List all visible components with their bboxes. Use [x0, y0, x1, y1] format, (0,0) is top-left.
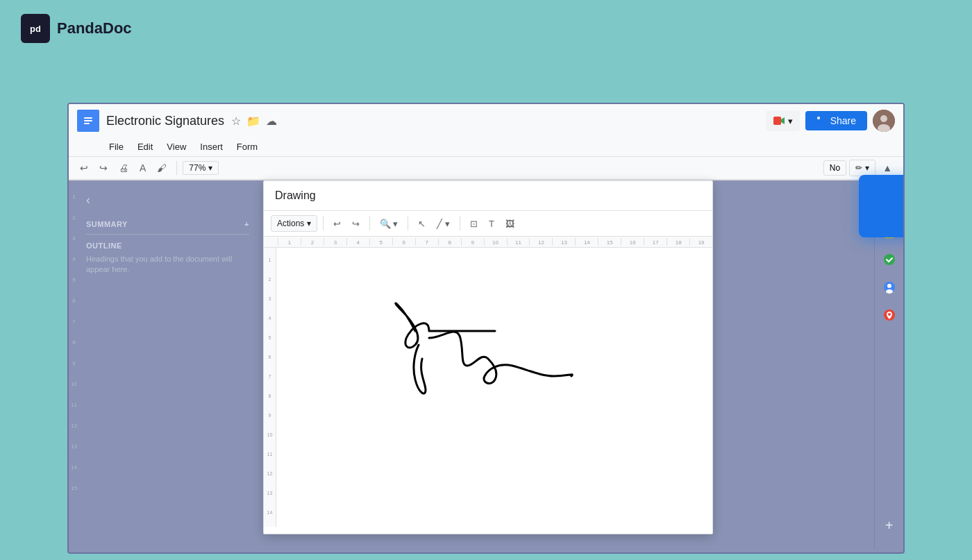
meet-button[interactable]: ▾: [766, 110, 800, 131]
drawing-redo-button[interactable]: ↪: [348, 216, 364, 232]
svg-text:pd: pd: [30, 24, 41, 34]
ruler-num-4: 4: [69, 248, 79, 269]
drawing-dialog-title: Drawing: [264, 181, 712, 211]
share-button[interactable]: Share: [805, 111, 867, 130]
zoom-display[interactable]: 77% ▾: [183, 161, 219, 175]
menu-insert[interactable]: Insert: [194, 139, 228, 155]
zoom-tool-button[interactable]: 🔍 ▾: [376, 216, 403, 232]
svg-point-14: [887, 284, 891, 288]
ruler-num-13: 13: [69, 436, 79, 457]
image-tool-button[interactable]: 🖼: [501, 216, 519, 232]
rt-19: 19: [689, 238, 712, 246]
share-button-label: Share: [830, 115, 856, 126]
gdocs-menu-bar: File Edit View Insert Form: [69, 137, 903, 157]
doc-sidebar: ‹ SUMMARY + OUTLINE Headings that you ad…: [79, 180, 256, 549]
rt-8: 8: [438, 238, 461, 246]
svg-rect-3: [84, 117, 92, 119]
sidebar-summary-label: SUMMARY: [86, 220, 128, 228]
star-icon[interactable]: ☆: [231, 114, 241, 128]
gdocs-doc-icon: [77, 110, 99, 132]
ruler-num-14: 14: [69, 457, 79, 477]
undo-button[interactable]: ↩: [76, 160, 92, 176]
zoom-tool-icon: 🔍: [380, 219, 391, 229]
drawing-undo-button[interactable]: ↩: [329, 216, 345, 232]
edit-chevron: ▾: [865, 163, 869, 173]
sidebar-add-button[interactable]: +: [244, 220, 249, 228]
text-tool-button[interactable]: T: [485, 216, 498, 232]
menu-view[interactable]: View: [161, 139, 192, 155]
gdocs-title-icons: ☆ 📁 ☁: [231, 114, 277, 128]
rt-15: 15: [598, 238, 621, 246]
svg-rect-6: [773, 117, 781, 125]
svg-point-12: [884, 254, 895, 265]
signature-drawing: [360, 275, 596, 428]
menu-format[interactable]: Form: [231, 139, 263, 155]
folder-icon[interactable]: 📁: [246, 114, 260, 128]
drawing-actions-button[interactable]: Actions ▾: [271, 215, 317, 232]
menu-edit[interactable]: Edit: [132, 139, 158, 155]
ruler-num-6: 6: [69, 290, 79, 311]
zoom-tool-chevron: ▾: [393, 219, 398, 229]
collapse-button[interactable]: ▲: [878, 160, 896, 176]
cloud-icon[interactable]: ☁: [266, 114, 277, 128]
lr-3: 3: [269, 289, 271, 309]
lr-5: 5: [269, 328, 271, 348]
pencil-icon: ✏: [855, 163, 862, 173]
sidebar-summary-section: SUMMARY +: [86, 220, 249, 228]
gdocs-header: Electronic Signatures ☆ 📁 ☁ ▾: [69, 104, 903, 180]
white-drawing-surface[interactable]: [276, 248, 712, 527]
right-panel-add-button[interactable]: +: [880, 516, 899, 535]
svg-rect-5: [84, 123, 90, 124]
lr-12: 12: [267, 464, 273, 484]
lr-11: 11: [267, 445, 273, 464]
doc-main: Save and close Drawing Actions ▾ ↩ ↪ 🔍 ▾: [256, 180, 903, 549]
line-tool-button[interactable]: ╱ ▾: [433, 216, 454, 232]
user-avatar[interactable]: [873, 110, 895, 132]
toolbar-sep-3: [408, 217, 408, 230]
rt-6: 6: [392, 238, 415, 246]
toolbar-right: No ✏ ▾ ▲: [823, 160, 896, 176]
rt-18: 18: [667, 238, 689, 246]
drawing-dialog: Drawing Actions ▾ ↩ ↪ 🔍 ▾ ↖: [263, 180, 713, 534]
spellcheck-button[interactable]: A: [135, 160, 150, 176]
rt-1: 1: [278, 238, 301, 246]
rt-2: 2: [301, 238, 324, 246]
right-panel-person-icon[interactable]: [880, 278, 899, 297]
pandadoc-header: pd PandaDoc: [0, 0, 972, 90]
rt-3: 3: [324, 238, 346, 246]
right-panel-location-icon[interactable]: [880, 305, 899, 325]
lr-8: 8: [269, 387, 271, 406]
select-tool-button[interactable]: ↖: [414, 216, 430, 232]
edit-mode-button[interactable]: ✏ ▾: [849, 160, 875, 176]
rt-4: 4: [346, 238, 369, 246]
menu-file[interactable]: File: [103, 139, 129, 155]
rt-16: 16: [621, 238, 644, 246]
redo-button[interactable]: ↪: [95, 160, 112, 176]
lr-4: 4: [269, 309, 271, 328]
left-ruler: 1 2 3 4 5 6 7 8 9 10 11 12 13 14 15: [69, 180, 79, 549]
lr-10: 10: [267, 425, 273, 445]
lr-1: 1: [269, 251, 271, 270]
crop-tool-button[interactable]: ⊡: [466, 216, 482, 232]
zoom-value: 77%: [189, 163, 206, 173]
line-icon: ╱: [437, 219, 442, 229]
print-button[interactable]: 🖨: [115, 160, 133, 176]
drawing-area[interactable]: 1 2 3 4 5 6 7 8 9 10 11 12 13: [264, 248, 712, 527]
rt-10: 10: [484, 238, 507, 246]
pandadoc-logo-icon: pd: [21, 14, 50, 43]
mode-dropdown[interactable]: No: [823, 160, 846, 176]
lr-13: 13: [267, 484, 273, 503]
lr-9: 9: [269, 406, 271, 425]
ruler-num-15: 15: [69, 477, 79, 498]
drawing-canvas[interactable]: 1 2 3 4 5 6 7 8 9 10 11 12 13: [264, 237, 712, 527]
save-and-close-button[interactable]: Save and close: [859, 175, 905, 237]
rt-12: 12: [529, 238, 552, 246]
doc-window: Electronic Signatures ☆ 📁 ☁ ▾: [67, 103, 905, 554]
sidebar-divider: [86, 234, 249, 235]
toolbar-sep-2: [369, 217, 370, 230]
sidebar-back-button[interactable]: ‹: [86, 187, 249, 213]
pandadoc-logo: pd PandaDoc: [21, 14, 132, 43]
lr-2: 2: [269, 270, 271, 289]
paint-format-button[interactable]: 🖌: [153, 160, 171, 176]
right-panel-check-icon[interactable]: [880, 250, 899, 269]
